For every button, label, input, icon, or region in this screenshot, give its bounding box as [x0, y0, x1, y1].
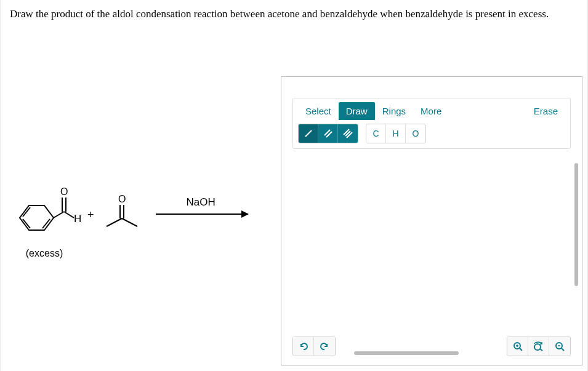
svg-marker-0 [20, 205, 54, 230]
atom-o-button[interactable]: O [406, 124, 425, 143]
svg-text:O: O [118, 194, 126, 204]
undo-button[interactable] [293, 337, 314, 356]
excess-label: (excess) [26, 248, 63, 259]
svg-line-27 [562, 348, 564, 351]
question-text: Draw the product of the aldol condensati… [1, 0, 587, 22]
atom-tool-group: C H O [366, 124, 426, 143]
double-bond-button[interactable] [318, 124, 338, 143]
zoom-out-button[interactable] [549, 337, 570, 356]
zoom-reset-button[interactable] [528, 337, 549, 356]
reaction-scheme: O H (excess) + O NaOH [7, 178, 266, 265]
bottom-controls [292, 337, 571, 356]
svg-line-9 [107, 218, 122, 226]
zoom-in-icon [513, 341, 523, 351]
reactant-acetone: O [100, 193, 143, 236]
undo-redo-group [292, 337, 336, 356]
zoom-group [507, 337, 571, 356]
plus-sign: + [87, 209, 94, 221]
svg-line-21 [520, 348, 522, 351]
tab-more[interactable]: More [413, 102, 449, 120]
svg-line-8 [64, 212, 74, 218]
reactant-benzaldehyde: O H (excess) [7, 184, 81, 259]
bond-tool-group [298, 124, 358, 143]
acetone-structure: O [100, 193, 143, 236]
svg-line-4 [54, 212, 64, 218]
benzaldehyde-structure: O H [7, 184, 81, 245]
tab-rings[interactable]: Rings [375, 102, 413, 120]
svg-text:O: O [60, 186, 68, 197]
reaction-arrow: NaOH [156, 213, 248, 215]
tab-draw[interactable]: Draw [339, 102, 375, 120]
aldehyde-h: H [74, 213, 81, 225]
undo-icon [299, 341, 308, 351]
atom-c-button[interactable]: C [366, 124, 386, 143]
svg-point-24 [534, 344, 541, 350]
vertical-scrollbar[interactable] [574, 163, 578, 286]
structure-editor[interactable]: Select Draw Rings More Erase C H [281, 76, 582, 365]
zoom-in-button[interactable] [507, 337, 528, 356]
tab-select[interactable]: Select [298, 102, 339, 120]
single-bond-button[interactable] [299, 124, 318, 143]
zoom-out-icon [555, 341, 565, 351]
double-bond-icon [323, 129, 333, 138]
redo-icon [320, 341, 329, 351]
svg-line-14 [305, 130, 312, 137]
reagent-label: NaOH [187, 196, 215, 209]
redo-button[interactable] [314, 337, 335, 356]
triple-bond-icon [343, 129, 353, 138]
svg-line-10 [122, 218, 137, 226]
single-bond-icon [304, 129, 313, 138]
triple-bond-button[interactable] [338, 124, 358, 143]
horizontal-scrollbar[interactable] [354, 351, 459, 355]
editor-toolbar: Select Draw Rings More Erase C H [292, 98, 571, 149]
erase-button[interactable]: Erase [526, 102, 565, 120]
atom-h-button[interactable]: H [386, 124, 406, 143]
svg-line-25 [540, 349, 542, 351]
zoom-reset-icon [533, 341, 544, 351]
